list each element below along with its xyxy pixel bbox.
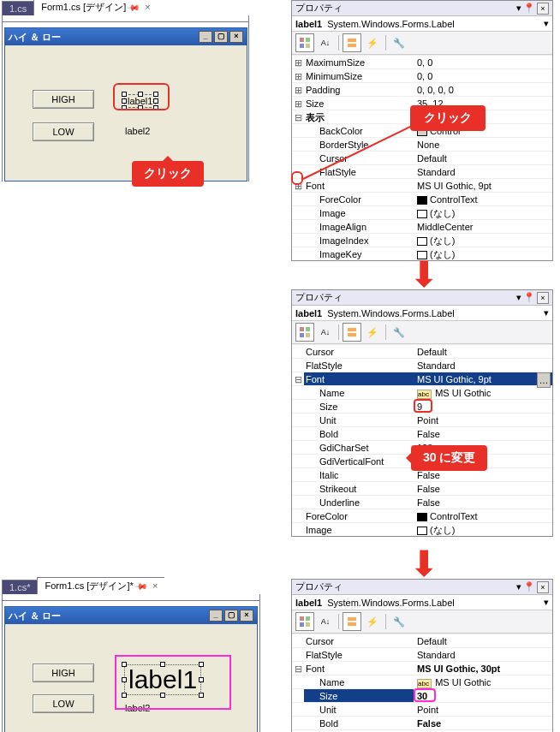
property-grid[interactable]: CursorDefaultFlatStyleStandard⊟FontMS UI… (292, 634, 552, 732)
property-value[interactable]: None (414, 138, 552, 151)
property-value[interactable]: Point (414, 414, 552, 426)
property-row[interactable]: UnitPoint (292, 413, 552, 426)
maximize-button[interactable]: ▢ (214, 31, 228, 43)
dropdown-icon[interactable]: ▾ (516, 581, 521, 592)
property-value[interactable]: 0, 0 (414, 56, 552, 68)
property-pages-button[interactable]: 🔧 (390, 612, 408, 631)
categorized-button[interactable] (295, 33, 314, 52)
property-value[interactable]: ControlText (414, 509, 552, 522)
properties-button[interactable] (343, 33, 361, 52)
expand-icon[interactable]: ⊟ (292, 110, 304, 123)
form-designer[interactable]: ハイ ＆ ロー _ ▢ × HIGH LOW label1 (4, 27, 247, 182)
high-button[interactable]: HIGH (33, 664, 94, 682)
minimize-button[interactable]: _ (209, 610, 223, 622)
property-row[interactable]: ⊞FontMS UI Gothic, 9pt (292, 178, 552, 192)
property-row[interactable]: Image(なし) (292, 522, 552, 536)
close-panel-button[interactable]: × (537, 3, 549, 15)
property-value[interactable]: 9 (414, 400, 552, 413)
property-value[interactable]: Default (414, 634, 552, 647)
label1-control[interactable]: label1 (125, 95, 155, 107)
high-button[interactable]: HIGH (33, 90, 94, 109)
property-value[interactable]: MS UI Gothic, 9pt (414, 179, 552, 192)
property-row[interactable]: ⊞MaximumSize0, 0 (292, 55, 552, 68)
pin-icon[interactable]: 📍 (523, 3, 535, 14)
property-row[interactable]: ForeColorControlText (292, 509, 552, 522)
dropdown-icon[interactable]: ▾ (516, 3, 521, 14)
property-value[interactable]: False (414, 717, 552, 729)
property-row[interactable]: BoldFalse (292, 716, 552, 729)
pin-icon[interactable]: 📍 (523, 292, 535, 303)
property-value[interactable]: Standard (414, 648, 552, 661)
property-row[interactable]: ForeColorControlText (292, 192, 552, 205)
alphabetical-button[interactable]: A↓ (316, 612, 335, 631)
properties-button[interactable] (343, 323, 361, 342)
close-icon[interactable]: × (145, 2, 150, 12)
expand-icon[interactable]: ⊞ (292, 97, 304, 110)
property-row[interactable]: CursorDefault (292, 344, 552, 358)
property-value[interactable]: Point (414, 703, 552, 716)
minimize-button[interactable]: _ (199, 31, 212, 43)
property-row[interactable]: ⊟FontMS UI Gothic, 30pt (292, 661, 552, 675)
tab-designer-active[interactable]: Form1.cs [デザイン] 📌 × (33, 0, 158, 15)
property-row[interactable]: BorderStyleNone (292, 137, 552, 151)
alphabetical-button[interactable]: A↓ (316, 323, 335, 342)
pin-icon[interactable]: 📍 (523, 581, 535, 592)
property-row[interactable]: UnitPoint (292, 702, 552, 716)
expand-icon[interactable]: ⊟ (292, 662, 304, 675)
property-row[interactable]: ⊞Padding0, 0, 0, 0 (292, 82, 552, 96)
property-value[interactable]: 0, 0 (414, 69, 552, 82)
property-row[interactable]: BoldFalse (292, 426, 552, 440)
property-row[interactable]: FlatStyleStandard (292, 358, 552, 372)
property-row[interactable]: ImageAlignMiddleCenter (292, 219, 552, 233)
property-value[interactable]: 0, 0, 0, 0 (414, 83, 552, 96)
property-value[interactable]: False (414, 496, 552, 509)
pin-icon[interactable]: 📌 (134, 579, 148, 592)
property-value[interactable]: MiddleCenter (414, 220, 552, 233)
pin-icon[interactable]: 📌 (127, 0, 140, 14)
property-value[interactable]: (なし) (414, 206, 552, 219)
events-button[interactable]: ⚡ (363, 612, 382, 631)
close-button[interactable]: × (229, 31, 243, 43)
property-value[interactable]: False (414, 427, 552, 440)
object-selector[interactable]: label1 System.Windows.Forms.Label ▾ (292, 16, 552, 32)
property-row[interactable]: Nameabc MS UI Gothic (292, 385, 552, 399)
property-row[interactable]: ⊟FontMS UI Gothic, 9pt… (292, 372, 552, 385)
property-pages-button[interactable]: 🔧 (390, 323, 408, 342)
property-row[interactable]: CursorDefault (292, 151, 552, 164)
property-value[interactable]: Standard (414, 165, 552, 178)
object-selector[interactable]: label1 System.Windows.Forms.Label ▾ (292, 595, 552, 610)
property-value[interactable]: Default (414, 152, 552, 164)
property-grid[interactable]: CursorDefaultFlatStyleStandard⊟FontMS UI… (292, 344, 552, 536)
property-value[interactable]: ControlText (414, 193, 552, 205)
property-row[interactable]: UnderlineFalse (292, 495, 552, 509)
tab-file-inactive[interactable]: 1.cs (2, 1, 33, 15)
close-icon[interactable]: × (152, 580, 158, 591)
selector-dropdown-icon[interactable]: ▾ (544, 597, 549, 608)
events-button[interactable]: ⚡ (363, 33, 382, 52)
property-row[interactable]: Size9 (292, 399, 552, 413)
property-row[interactable]: FlatStyleStandard (292, 164, 552, 178)
property-row[interactable]: ImageIndex(なし) (292, 233, 552, 247)
label2-control[interactable]: label2 (125, 126, 150, 136)
property-value[interactable]: 30 (414, 689, 552, 702)
expand-icon[interactable]: ⊞ (292, 69, 304, 82)
close-panel-button[interactable]: × (537, 581, 549, 593)
categorized-button[interactable] (295, 323, 314, 342)
selector-dropdown-icon[interactable]: ▾ (544, 307, 549, 318)
property-value[interactable]: (なし) (414, 523, 552, 536)
expand-icon[interactable]: ⊟ (292, 372, 304, 385)
property-value[interactable]: Standard (414, 359, 552, 372)
property-row[interactable]: FlatStyleStandard (292, 647, 552, 661)
low-button[interactable]: LOW (33, 122, 94, 141)
form-designer-2[interactable]: ハイ ＆ ロー _ ▢ × HIGH LOW label1 (4, 606, 258, 732)
property-row[interactable]: CursorDefault (292, 634, 552, 647)
close-panel-button[interactable]: × (537, 292, 549, 304)
property-value[interactable]: (なし) (414, 234, 552, 247)
selector-dropdown-icon[interactable]: ▾ (544, 18, 549, 29)
property-row[interactable]: StrikeoutFalse (292, 481, 552, 495)
property-pages-button[interactable]: 🔧 (390, 33, 408, 52)
property-row[interactable]: ⊞MinimumSize0, 0 (292, 68, 552, 82)
alphabetical-button[interactable]: A↓ (316, 33, 335, 52)
property-value[interactable]: abc MS UI Gothic (414, 675, 552, 688)
categorized-button[interactable] (295, 612, 314, 631)
